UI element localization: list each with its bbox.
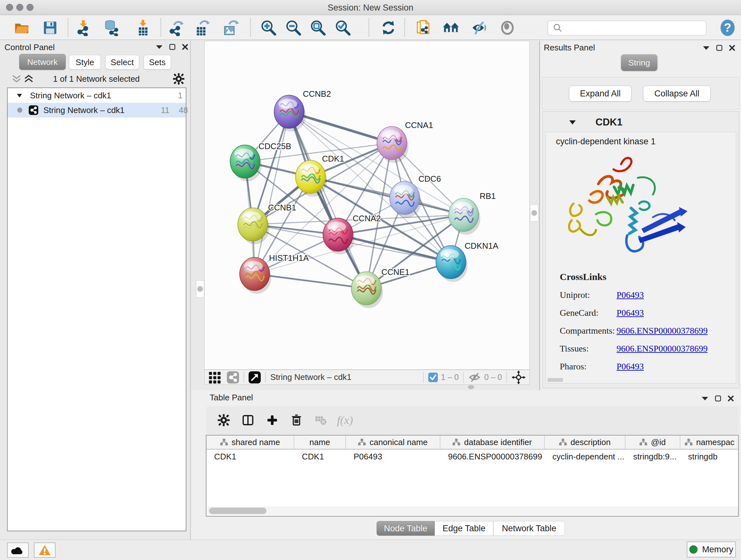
help-icon[interactable]: ? xyxy=(719,19,737,37)
tab-edge-table[interactable]: Edge Table xyxy=(434,521,493,536)
network-node-ccnb2[interactable]: CCNB2 xyxy=(274,89,331,132)
float-panel-icon[interactable] xyxy=(156,45,163,49)
column-header-database-identifier[interactable]: database identifier xyxy=(441,435,545,449)
search-input[interactable] xyxy=(563,22,706,35)
tree-expand-caret-icon[interactable] xyxy=(17,93,22,98)
table-cell[interactable]: 9606.ENSP00000378699 xyxy=(441,449,545,463)
table-row[interactable]: CDK1CDK1P064939606.ENSP00000378699cyclin… xyxy=(206,449,738,463)
network-row-selected[interactable]: String Network – cdk1 11 48 xyxy=(8,103,186,118)
save-session-icon[interactable] xyxy=(41,19,59,37)
tab-string[interactable]: String xyxy=(621,54,657,71)
tab-style[interactable]: Style xyxy=(69,55,101,70)
network-collection-row[interactable]: String Network – cdk1 1 xyxy=(8,88,186,103)
import-network-database-icon[interactable] xyxy=(103,19,120,37)
control-panel: Control Panel Network Style Select Sets … xyxy=(3,41,190,532)
toolbar-separator xyxy=(250,18,251,37)
tab-network[interactable]: Network xyxy=(19,54,66,70)
network-node-ccnb1[interactable]: CCNB1 xyxy=(238,203,296,244)
zoom-in-icon[interactable] xyxy=(259,19,277,37)
warnings-button[interactable] xyxy=(34,543,56,558)
crosslink-row: Uniprot:P06493 xyxy=(560,290,708,300)
import-network-file-icon[interactable] xyxy=(74,19,92,37)
node-table[interactable]: shared namenamecanonical namedatabase id… xyxy=(206,435,739,516)
float-panel-icon[interactable] xyxy=(701,396,709,401)
network-node-cdc6[interactable]: CDC6 xyxy=(390,174,441,218)
horizontal-splitter-dot[interactable] xyxy=(468,385,474,389)
table-cell[interactable]: stringdb xyxy=(680,449,739,463)
network-node-rb1[interactable]: RB1 xyxy=(449,191,496,235)
column-header-description[interactable]: description xyxy=(545,435,625,449)
selected-checkbox-icon[interactable] xyxy=(428,373,438,382)
zoom-selected-icon[interactable] xyxy=(334,19,352,37)
cloud-button[interactable] xyxy=(7,543,29,558)
network-view-share-icon[interactable] xyxy=(227,371,239,383)
maximize-panel-icon[interactable] xyxy=(716,45,723,51)
column-header-name[interactable]: name xyxy=(294,435,346,449)
first-neighbors-icon[interactable] xyxy=(442,19,460,37)
network-selection-status: 1 of 1 Network selected xyxy=(3,74,190,84)
tab-network-table[interactable]: Network Table xyxy=(493,521,565,536)
expand-all-button[interactable]: Expand All xyxy=(569,85,631,102)
refresh-icon[interactable] xyxy=(380,19,397,37)
network-node-cdc25b[interactable]: CDC25B xyxy=(230,141,291,181)
import-table-file-icon[interactable] xyxy=(134,19,152,37)
table-h-scrollbar[interactable] xyxy=(207,506,739,515)
network-node-ccna1[interactable]: CCNA1 xyxy=(377,120,433,163)
birds-eye-view-icon[interactable] xyxy=(512,370,526,384)
results-scrollbar-nub[interactable] xyxy=(548,378,563,382)
gene-section-header[interactable]: CDK1 xyxy=(543,111,739,132)
hide-selected-icon[interactable] xyxy=(470,19,488,37)
table-cell[interactable]: cyclin-dependent ... xyxy=(545,449,625,463)
network-node-ccne1[interactable]: CCNE1 xyxy=(351,267,409,308)
close-panel-icon[interactable] xyxy=(728,395,734,401)
zoom-fit-icon[interactable] xyxy=(309,19,327,37)
tab-sets[interactable]: Sets xyxy=(144,55,171,70)
column-header-namespac[interactable]: namespac xyxy=(680,435,739,449)
network-node-hist1h1a[interactable]: HIST1H1A xyxy=(240,253,309,294)
network-canvas[interactable]: CCNB2CCNA1CDC25BCDK1CDC6RB1CCNB1CCNA2CDK… xyxy=(204,41,530,370)
gene-collapse-caret-icon[interactable] xyxy=(569,120,576,125)
close-panel-icon[interactable] xyxy=(182,44,188,50)
tab-select[interactable]: Select xyxy=(105,55,139,70)
float-panel-icon[interactable] xyxy=(703,46,710,50)
export-network-icon[interactable] xyxy=(167,19,185,37)
detach-view-icon[interactable] xyxy=(249,371,261,383)
crosslink-link[interactable]: P06493 xyxy=(616,290,644,300)
column-header-label: description xyxy=(570,437,611,447)
collapse-all-button[interactable]: Collapse All xyxy=(643,85,711,102)
toolbar-separator xyxy=(368,18,369,37)
table-cell[interactable]: CDK1 xyxy=(294,449,346,463)
share-network-file-icon[interactable] xyxy=(415,19,433,37)
network-options-gear-icon[interactable] xyxy=(173,73,185,84)
show-all-icon[interactable] xyxy=(498,19,516,37)
column-header--id[interactable]: @id xyxy=(625,435,680,449)
table-h-scrollbar-thumb[interactable] xyxy=(209,508,266,514)
crosslink-link[interactable]: 9606.ENSP00000378699 xyxy=(616,344,708,354)
delete-column-icon[interactable] xyxy=(284,414,309,427)
close-panel-icon[interactable] xyxy=(729,45,735,51)
zoom-out-icon[interactable] xyxy=(284,19,302,37)
export-image-icon[interactable] xyxy=(222,19,240,37)
column-header-shared-name[interactable]: shared name xyxy=(206,435,294,449)
hidden-eye-icon[interactable] xyxy=(468,372,481,383)
network-edge[interactable] xyxy=(255,274,366,288)
grid-view-icon[interactable] xyxy=(208,370,222,385)
delete-table-icon[interactable] xyxy=(309,414,333,427)
crosslink-link[interactable]: P06493 xyxy=(616,308,644,318)
add-column-icon[interactable] xyxy=(260,414,284,427)
crosslink-link[interactable]: P06493 xyxy=(616,361,644,371)
maximize-panel-icon[interactable] xyxy=(169,44,176,50)
export-table-icon[interactable] xyxy=(193,19,211,37)
table-cell[interactable]: stringdb:9... xyxy=(625,449,680,463)
memory-button[interactable]: Memory xyxy=(687,542,736,557)
tab-node-table[interactable]: Node Table xyxy=(377,521,434,536)
maximize-panel-icon[interactable] xyxy=(715,395,721,401)
column-header-canonical-name[interactable]: canonical name xyxy=(346,435,441,449)
table-options-gear-icon[interactable] xyxy=(212,414,236,426)
crosslink-link[interactable]: 9606.ENSP00000378699 xyxy=(616,326,708,335)
table-cell[interactable]: CDK1 xyxy=(206,449,294,463)
open-session-icon[interactable] xyxy=(13,19,30,37)
network-node-cdkn1a[interactable]: CDKN1A xyxy=(436,241,498,282)
table-cell[interactable]: P06493 xyxy=(346,449,441,463)
show-columns-icon[interactable] xyxy=(236,414,260,427)
